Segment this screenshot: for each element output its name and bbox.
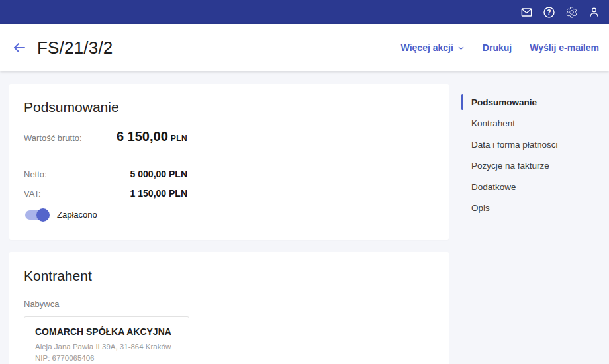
paid-toggle-row: Zapłacono <box>24 210 434 220</box>
buyer-tax-id: NIP: 6770065406 <box>35 354 178 362</box>
gross-value: 6 150,00PLN <box>117 129 187 144</box>
buyer-card[interactable]: COMARCH SPÓŁKA AKCYJNA Aleja Jana Pawła … <box>24 316 189 364</box>
nav-item-podsumowanie[interactable]: Podsumowanie <box>461 91 604 113</box>
help-icon[interactable]: ? <box>543 6 555 19</box>
send-email-button[interactable]: Wyślij e-mailem <box>530 42 599 53</box>
gross-label: Wartość brutto: <box>24 133 82 143</box>
nav-item-dodatkowe[interactable]: Dodatkowe <box>461 176 604 197</box>
vat-value-row: VAT: 1 150,00 PLN <box>24 188 187 199</box>
buyer-name: COMARCH SPÓŁKA AKCYJNA <box>35 326 178 337</box>
contractor-card: Kontrahent Nabywca COMARCH SPÓŁKA AKCYJN… <box>9 252 449 364</box>
nav-item-data-i-forma-platnosci[interactable]: Data i forma płatności <box>461 134 604 155</box>
paid-toggle-label: Zapłacono <box>57 210 97 220</box>
nav-item-kontrahent[interactable]: Kontrahent <box>461 113 604 134</box>
paid-toggle-knob <box>36 208 50 222</box>
profile-icon[interactable] <box>588 6 600 19</box>
content-area: Podsumowanie Wartość brutto: 6 150,00PLN… <box>0 71 609 364</box>
back-arrow-icon[interactable] <box>11 39 28 56</box>
net-label: Netto: <box>24 169 47 179</box>
topbar: ? <box>0 0 609 24</box>
nav-item-pozycje-na-fakturze[interactable]: Pozycje na fakturze <box>461 155 604 176</box>
active-indicator <box>461 94 463 110</box>
vat-label: VAT: <box>24 189 41 199</box>
net-value-row: Netto: 5 000,00 PLN <box>24 169 187 179</box>
net-value: 5 000,00 PLN <box>130 169 187 179</box>
chevron-down-icon <box>457 44 465 52</box>
main-column: Podsumowanie Wartość brutto: 6 150,00PLN… <box>9 84 449 364</box>
header-actions: Więcej akcji Drukuj Wyślij e-mailem <box>401 42 599 53</box>
gross-value-row: Wartość brutto: 6 150,00PLN <box>24 129 187 144</box>
more-actions-button[interactable]: Więcej akcji <box>401 42 465 53</box>
print-button[interactable]: Drukuj <box>483 42 512 53</box>
summary-card: Podsumowanie Wartość brutto: 6 150,00PLN… <box>9 84 449 240</box>
buyer-section-label: Nabywca <box>24 299 434 309</box>
page-header: FS/21/3/2 Więcej akcji Drukuj Wyślij e-m… <box>0 24 609 71</box>
page-title: FS/21/3/2 <box>37 38 113 58</box>
settings-icon[interactable] <box>565 6 578 19</box>
contractor-card-title: Kontrahent <box>24 268 434 284</box>
buyer-address: Aleja Jana Pawła II 39A, 31-864 Kraków <box>35 343 178 351</box>
mail-icon[interactable] <box>520 6 533 19</box>
vat-value: 1 150,00 PLN <box>130 188 187 199</box>
summary-divider <box>24 158 187 158</box>
summary-card-title: Podsumowanie <box>24 99 434 115</box>
svg-text:?: ? <box>547 9 551 16</box>
nav-item-opis[interactable]: Opis <box>461 197 604 218</box>
section-nav: Podsumowanie Kontrahent Data i forma pła… <box>461 91 604 218</box>
paid-toggle[interactable] <box>25 210 48 220</box>
